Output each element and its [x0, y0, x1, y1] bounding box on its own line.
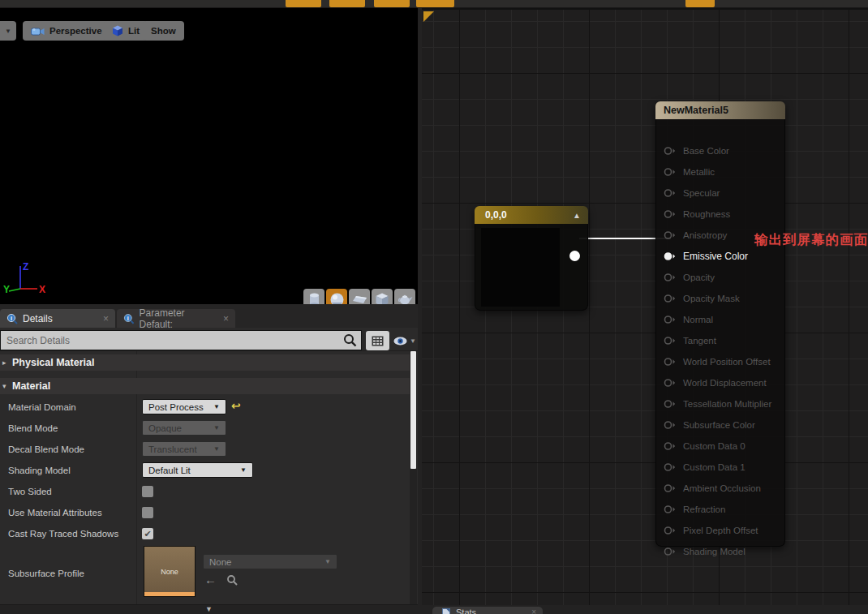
tab-details[interactable]: i Details ×: [0, 309, 115, 328]
pin-label: Base Color: [683, 146, 729, 156]
perspective-label: Perspective: [49, 26, 102, 36]
pin-label: Ambient Occlusion: [683, 483, 761, 493]
pin-label: Custom Data 0: [683, 441, 746, 451]
cast-ray-traced-shadows-checkbox[interactable]: ✔: [142, 528, 153, 539]
pin-icon: [664, 209, 677, 219]
material-domain-dropdown[interactable]: Post Process ▼: [142, 399, 226, 414]
stats-tab[interactable]: Stats ×: [432, 607, 543, 614]
tab-parameter-defaults[interactable]: i Parameter Default: ×: [117, 309, 235, 328]
viewport-options-dropdown[interactable]: ▼: [0, 21, 16, 41]
use-material-attributes-checkbox[interactable]: [142, 507, 153, 518]
pin-icon: [664, 357, 677, 367]
pin-label: Opacity Mask: [683, 294, 740, 303]
material-input-pin[interactable]: Custom Data 1: [656, 457, 784, 478]
tab-details-label: Details: [23, 313, 53, 324]
material-result-node[interactable]: NewMaterial5 Base Color: [655, 101, 785, 547]
close-icon[interactable]: ×: [223, 314, 229, 324]
material-input-pin[interactable]: Pixel Depth Offset: [656, 520, 784, 541]
pin-icon: [664, 167, 677, 177]
stats-icon: [442, 608, 450, 614]
pin-icon: [664, 188, 677, 198]
material-domain-label: Material Domain: [8, 402, 76, 412]
svg-text:i: i: [11, 314, 12, 321]
two-sided-checkbox[interactable]: [142, 486, 153, 497]
pin-icon: [664, 273, 677, 282]
material-input-pin[interactable]: Opacity: [656, 267, 784, 288]
scrollbar-thumb[interactable]: [410, 351, 416, 469]
collapse-triangle-icon[interactable]: ▲: [573, 211, 581, 220]
pin-label: Normal: [683, 315, 713, 324]
material-input-pin[interactable]: World Position Offset: [656, 351, 784, 372]
material-input-pin[interactable]: Metallic: [656, 161, 784, 182]
property-matrix-button[interactable]: [366, 331, 389, 350]
material-input-pin[interactable]: Subsurface Color: [656, 414, 784, 436]
material-input-pin[interactable]: Shading Model: [656, 541, 784, 562]
material-input-pin[interactable]: Base Color: [656, 140, 784, 161]
material-input-pin[interactable]: Normal: [656, 309, 784, 330]
search-details-wrap: [0, 330, 362, 350]
pin-label: Roughness: [683, 209, 730, 219]
close-icon[interactable]: ×: [531, 608, 536, 614]
output-pin[interactable]: [569, 251, 580, 261]
preview-viewport[interactable]: ▼ Perspective Lit Show Z: [0, 8, 418, 304]
pin-label: Specular: [683, 188, 720, 198]
reset-to-default-icon[interactable]: ↩: [231, 399, 241, 412]
material-input-pin[interactable]: Ambient Occlusion: [656, 478, 784, 499]
material-input-pin[interactable]: Specular: [656, 182, 784, 204]
chevron-down-icon: ▼: [213, 445, 220, 453]
pin-icon: [664, 336, 677, 346]
axis-x-label: X: [39, 284, 45, 295]
details-scrollbar[interactable]: [410, 351, 417, 604]
section-physical-material[interactable]: ▸ Physical Material: [0, 354, 410, 371]
close-icon[interactable]: ×: [103, 314, 109, 324]
chevron-right-icon: ▸: [2, 359, 8, 367]
browse-to-asset-icon[interactable]: [226, 574, 238, 586]
details-expander-bar[interactable]: ▼: [0, 604, 418, 614]
row-cast-ray-traced-shadows: Cast Ray Traced Shadows ✔: [0, 523, 410, 544]
chevron-down-icon: ▼: [240, 466, 247, 474]
toolbar-button-highlight[interactable]: [374, 0, 410, 7]
color-preview-swatch: [481, 228, 560, 307]
pin-label: Tangent: [683, 336, 716, 346]
material-input-pin[interactable]: Tessellation Multiplier: [656, 393, 784, 414]
constant-color-node[interactable]: 0,0,0 ▲: [475, 206, 588, 311]
material-input-pin[interactable]: Custom Data 0: [656, 436, 784, 457]
use-material-attributes-label: Use Material Attributes: [8, 508, 102, 517]
svg-text:i: i: [127, 314, 129, 321]
material-input-pin[interactable]: Roughness: [656, 204, 784, 225]
material-node-header[interactable]: NewMaterial5: [655, 101, 785, 119]
view-options-button[interactable]: ▼: [392, 331, 418, 350]
pin-label: Shading Model: [683, 547, 746, 556]
blend-mode-value: Opaque: [148, 423, 182, 433]
chevron-down-icon: ▼: [324, 558, 331, 565]
toolbar-button-highlight[interactable]: [329, 0, 365, 7]
constant-node-title: 0,0,0: [485, 209, 507, 221]
tab-parameter-defaults-label: Parameter Default:: [140, 307, 218, 330]
material-graph-canvas[interactable]: 0,0,0 ▲ NewMaterial5: [422, 8, 868, 605]
toolbar-button-highlight[interactable]: [685, 0, 715, 7]
perspective-button[interactable]: Perspective: [23, 21, 110, 41]
pin-label: Opacity: [683, 273, 715, 282]
chevron-down-icon: ▼: [410, 337, 416, 345]
toolbar-button-highlight[interactable]: [286, 0, 321, 7]
row-use-material-attributes: Use Material Attributes: [0, 502, 410, 523]
material-input-pin[interactable]: Opacity Mask: [656, 288, 784, 309]
toolbar-button-highlight[interactable]: [416, 0, 454, 7]
use-selected-asset-icon[interactable]: ←: [204, 573, 217, 586]
subsurface-profile-thumbnail[interactable]: None: [144, 546, 196, 597]
pin-icon: [664, 315, 677, 324]
check-icon: ✔: [144, 529, 151, 539]
shading-model-dropdown[interactable]: Default Lit ▼: [142, 462, 253, 478]
section-material[interactable]: ▾ Material: [0, 378, 410, 394]
constant-node-header[interactable]: 0,0,0 ▲: [475, 206, 588, 224]
plane-icon: [352, 295, 367, 304]
expand-chevron-icon: ▼: [205, 605, 213, 613]
show-button[interactable]: Show: [143, 21, 184, 41]
row-material-domain: Material Domain Post Process ▼ ↩: [0, 397, 410, 418]
material-input-pin[interactable]: Refraction: [656, 499, 784, 520]
material-input-pin[interactable]: World Displacement: [656, 372, 784, 393]
blend-mode-dropdown: Opaque ▼: [142, 420, 226, 436]
lit-mode-button[interactable]: Lit: [104, 21, 148, 41]
search-details-input[interactable]: [0, 330, 362, 350]
material-input-pin[interactable]: Tangent: [656, 330, 784, 351]
